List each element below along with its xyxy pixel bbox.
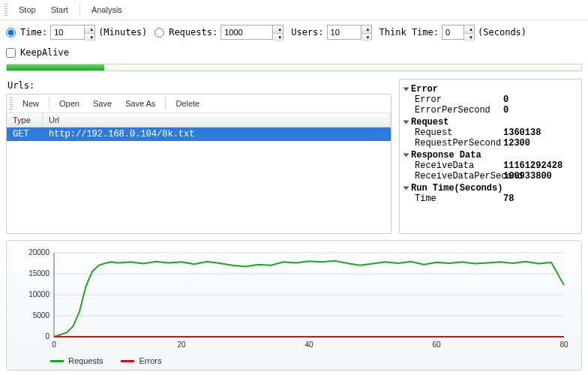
stats-row: ErrorPerSecond0 (404, 105, 577, 116)
thinktime-input[interactable] (442, 25, 464, 40)
svg-text:40: 40 (304, 340, 314, 349)
progress-bar (6, 64, 582, 71)
urls-open-button[interactable]: Open (52, 97, 86, 110)
time-spin-down[interactable]: ▼ (85, 33, 94, 41)
stats-value: 1360138 (503, 128, 541, 138)
urls-save-button[interactable]: Save (86, 97, 118, 110)
time-radio[interactable] (6, 28, 16, 38)
stats-section-title: Error (411, 84, 438, 94)
time-unit: (Minutes) (98, 27, 147, 38)
svg-text:0: 0 (52, 340, 56, 349)
stop-button[interactable]: Stop (12, 3, 43, 16)
thinktime-unit: (Seconds) (478, 27, 526, 38)
stats-section-header[interactable]: Request (404, 117, 577, 128)
urls-delete-button[interactable]: Delete (169, 97, 206, 110)
urls-col-url[interactable]: Url (43, 113, 391, 127)
stats-key: ReceiveData (415, 160, 503, 171)
thinktime-label: Think Time: (380, 27, 439, 38)
time-spin-up[interactable]: ▲ (85, 26, 94, 33)
stats-panel: ErrorError0ErrorPerSecond0RequestRequest… (399, 79, 582, 234)
keepalive-group: KeepAlive (6, 47, 69, 58)
requests-group: Requests: ▲▼ (154, 25, 284, 40)
stats-section-header[interactable]: Error (404, 84, 577, 94)
thinktime-spinner[interactable]: ▲▼ (464, 25, 475, 40)
stats-value: 78 (503, 194, 514, 204)
users-group: Users: ▲▼ (291, 25, 371, 40)
collapse-icon (404, 121, 410, 124)
requests-spin-down[interactable]: ▼ (273, 33, 283, 41)
requests-radio[interactable] (154, 28, 164, 38)
requests-spinner[interactable]: ▲▼ (273, 25, 284, 40)
stats-section-header[interactable]: Response Data (404, 150, 577, 160)
legend-errors: Errors (121, 356, 161, 365)
stats-section-title: Request (411, 117, 448, 128)
stats-row: ReceiveData11161292428 (404, 160, 577, 171)
chart-legend: Requests Errors (14, 353, 574, 365)
stats-value: 11161292428 (503, 160, 562, 171)
thinktime-group: Think Time: ▲▼ (Seconds) (380, 25, 527, 40)
requests-label: Requests: (169, 27, 218, 38)
chart-panel: 05000100001500020000020406080 Requests E… (6, 240, 582, 370)
urls-table: Type Url GEThttp://192.168.0.104/8k.txt (7, 113, 391, 233)
stats-row: ReceiveDataPerSecond100933800 (404, 171, 577, 182)
time-input[interactable] (50, 25, 85, 40)
urls-grip (10, 98, 13, 110)
stats-row: Request1360138 (404, 128, 577, 138)
keepalive-checkbox[interactable] (6, 48, 16, 58)
svg-text:10000: 10000 (28, 290, 50, 298)
legend-requests-label: Requests (68, 356, 103, 365)
urls-new-button[interactable]: New (16, 97, 46, 110)
toolbar-grip (4, 4, 8, 16)
cell-url: http://192.168.0.104/8k.txt (43, 128, 391, 141)
legend-requests-swatch (50, 360, 64, 362)
stats-value: 12300 (503, 138, 530, 148)
urls-sep2 (165, 98, 166, 110)
users-spinner[interactable]: ▲▼ (362, 25, 372, 40)
requests-chart: 05000100001500020000020406080 (14, 247, 574, 352)
stats-key: RequestPerSecond (415, 138, 503, 148)
requests-spin-up[interactable]: ▲ (273, 26, 283, 33)
time-spinner[interactable]: ▲▼ (85, 25, 95, 40)
legend-requests: Requests (50, 356, 103, 365)
table-row[interactable]: GEThttp://192.168.0.104/8k.txt (7, 128, 391, 141)
users-input[interactable] (327, 25, 362, 40)
stats-section-header[interactable]: Run Time(Seconds) (404, 183, 577, 194)
requests-input[interactable] (220, 25, 273, 40)
legend-errors-swatch (121, 360, 134, 362)
stats-key: Error (415, 94, 503, 105)
users-spin-up[interactable]: ▲ (362, 26, 371, 33)
svg-text:60: 60 (432, 340, 441, 349)
keepalive-label: KeepAlive (20, 47, 69, 58)
urls-toolbar: New Open Save Save As Delete (7, 94, 391, 113)
progress-fill (7, 64, 104, 70)
start-button[interactable]: Start (44, 3, 75, 16)
toolbar-separator (80, 4, 80, 16)
stats-key: ErrorPerSecond (415, 105, 503, 116)
svg-text:15000: 15000 (28, 269, 50, 278)
svg-text:80: 80 (560, 340, 568, 349)
stats-key: Time (415, 194, 503, 204)
stats-value: 0 (503, 105, 508, 116)
users-spin-down[interactable]: ▼ (362, 33, 371, 41)
svg-text:5000: 5000 (33, 311, 50, 320)
svg-text:20000: 20000 (28, 248, 50, 256)
analysis-button[interactable]: Analysis (85, 3, 129, 16)
users-label: Users: (291, 27, 323, 38)
collapse-icon (404, 187, 410, 190)
stats-section-title: Response Data (411, 150, 482, 160)
stats-key: Request (415, 128, 503, 138)
urls-title: Urls: (6, 79, 392, 94)
stats-section-title: Run Time(Seconds) (411, 183, 502, 194)
thinktime-spin-down[interactable]: ▼ (464, 33, 474, 41)
thinktime-spin-up[interactable]: ▲ (464, 26, 474, 33)
urls-saveas-button[interactable]: Save As (118, 97, 162, 110)
legend-errors-label: Errors (139, 356, 161, 365)
time-label: Time: (20, 27, 47, 38)
stats-row: RequestPerSecond12300 (404, 138, 577, 148)
collapse-icon (404, 154, 410, 158)
urls-col-type[interactable]: Type (7, 113, 43, 127)
stats-value: 0 (503, 94, 508, 105)
urls-sep1 (49, 98, 50, 110)
stats-row: Error0 (404, 94, 577, 105)
params-row: Time: ▲▼ (Minutes) Requests: ▲▼ Users: ▲… (0, 20, 588, 62)
